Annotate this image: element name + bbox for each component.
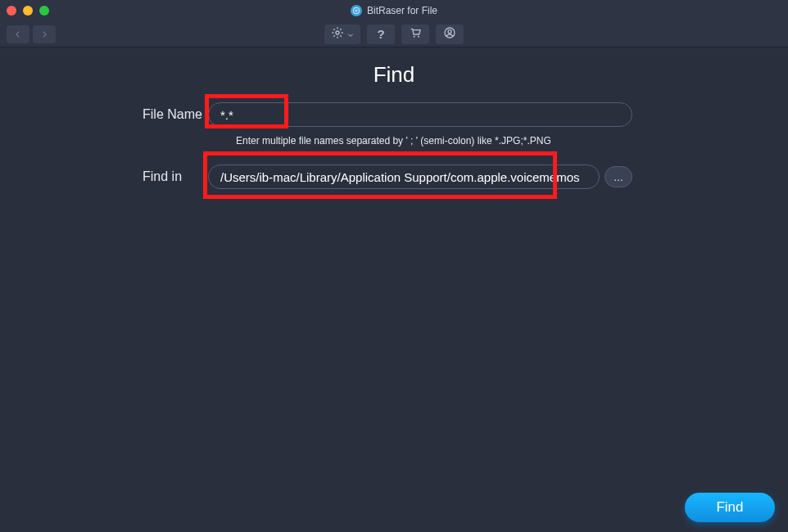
page-title: Find	[7, 62, 781, 88]
svg-point-5	[448, 29, 451, 33]
zoom-window-button[interactable]	[39, 6, 49, 16]
file-name-hint: Enter multiple file names separated by '…	[236, 135, 781, 147]
gear-icon	[331, 26, 344, 43]
settings-button[interactable]	[324, 25, 360, 44]
window-controls	[7, 6, 49, 16]
question-icon: ?	[377, 27, 384, 41]
window-title-text: BitRaser for File	[367, 5, 437, 16]
find-button[interactable]: Find	[685, 493, 775, 522]
help-button[interactable]: ?	[367, 25, 395, 44]
window-title: BitRaser for File	[351, 5, 437, 16]
svg-point-1	[336, 31, 339, 34]
cart-icon	[409, 26, 422, 43]
find-page: Find File Name Enter multiple file names…	[0, 47, 788, 189]
account-button[interactable]	[436, 25, 464, 44]
user-icon	[443, 26, 456, 43]
find-in-label: Find in	[7, 169, 208, 184]
toolbar: ?	[0, 21, 788, 47]
svg-point-2	[414, 35, 415, 37]
file-name-label: File Name	[7, 107, 208, 122]
browse-path-button[interactable]: ...	[605, 166, 632, 187]
svg-point-3	[418, 35, 419, 37]
file-name-input[interactable]	[208, 102, 632, 127]
title-bar: BitRaser for File	[0, 0, 788, 21]
nav-back-button[interactable]	[7, 25, 29, 43]
app-logo-icon	[351, 5, 362, 16]
nav-forward-button[interactable]	[33, 25, 56, 43]
cart-button[interactable]	[401, 25, 429, 44]
chevron-down-icon	[347, 27, 354, 42]
find-in-input[interactable]	[208, 165, 600, 189]
minimize-window-button[interactable]	[23, 6, 33, 16]
close-window-button[interactable]	[7, 6, 16, 16]
